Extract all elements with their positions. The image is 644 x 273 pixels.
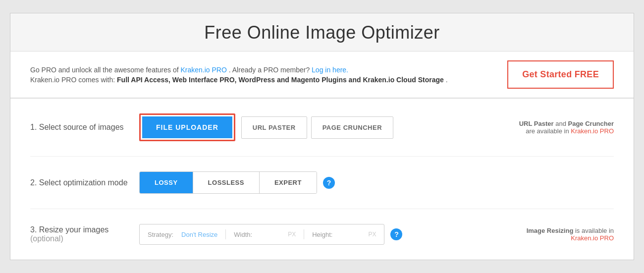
url-paster-button[interactable]: URL PASTER [241, 116, 307, 139]
height-label: Height: [312, 231, 332, 238]
section1-pro-note: URL Paster and Page Cruncher are availab… [519, 120, 614, 135]
lossy-tab[interactable]: LOSSY [140, 172, 193, 193]
strategy-label: Strategy: [148, 231, 173, 238]
width-input[interactable] [255, 231, 285, 238]
login-link[interactable]: Log in here. [312, 66, 348, 74]
page-cruncher-button[interactable]: PAGE CRUNCHER [311, 116, 393, 139]
section1-controls: FILE UPLOADER URL PASTER PAGE CRUNCHER [139, 113, 519, 141]
kraken-pro-link1[interactable]: Kraken.io PRO [181, 66, 227, 74]
section3-pro-note: Image Resizing is available in Kraken.io… [527, 227, 614, 242]
expert-tab[interactable]: EXPERT [260, 172, 317, 193]
promo-features: Full API Access, Web Interface PRO, Word… [117, 76, 444, 84]
section3-controls: Strategy: Don't Resize Width: PX Height:… [139, 224, 527, 245]
promo-line1: Go PRO and unlock all the awesome featur… [30, 66, 507, 74]
width-field: Width: PX [234, 231, 296, 238]
file-uploader-wrapper: FILE UPLOADER [139, 113, 235, 141]
page-title: Free Online Image Optimizer [10, 22, 634, 43]
pro-note-page-cruncher: Page Cruncher [568, 120, 614, 127]
height-field: Height: PX [312, 231, 376, 238]
source-tabs: FILE UPLOADER URL PASTER PAGE CRUNCHER [139, 113, 393, 141]
optimization-help-icon[interactable]: ? [323, 177, 335, 189]
section2-row: 2. Select optimization mode LOSSY LOSSLE… [30, 157, 614, 209]
promo-middle: . Already a PRO member? [229, 66, 310, 74]
get-started-button[interactable]: Get Started FREE [507, 60, 614, 89]
section3-optional: (optional) [30, 234, 63, 243]
page-container: Free Online Image Optimizer Go PRO and u… [10, 13, 634, 260]
section3-row: 3. Resize your images (optional) Strateg… [30, 209, 614, 260]
section1-row: 1. Select source of images FILE UPLOADER… [30, 99, 614, 157]
section1-pro-link[interactable]: Kraken.io PRO [571, 127, 614, 135]
promo-suffix: . [446, 76, 448, 84]
section3-label: 3. Resize your images (optional) [30, 225, 139, 243]
section1-label: 1. Select source of images [30, 123, 139, 132]
main-content: 1. Select source of images FILE UPLOADER… [10, 99, 634, 260]
resize-help-icon[interactable]: ? [390, 228, 402, 240]
promo-line2-prefix: Kraken.io PRO comes with: [30, 76, 117, 84]
file-uploader-button[interactable]: FILE UPLOADER [142, 116, 232, 138]
image-resizing-text: Image Resizing [527, 227, 574, 234]
width-label: Width: [234, 231, 252, 238]
section2-controls: LOSSY LOSSLESS EXPERT ? [139, 171, 614, 194]
height-input[interactable] [335, 231, 365, 238]
promo-text: Go PRO and unlock all the awesome featur… [30, 66, 507, 84]
resize-separator1 [225, 229, 226, 239]
resize-separator2 [304, 229, 304, 239]
lossless-tab[interactable]: LOSSLESS [193, 172, 260, 193]
height-unit: PX [368, 231, 376, 238]
section2-label: 2. Select optimization mode [30, 178, 139, 187]
strategy-value: Don't Resize [181, 231, 217, 238]
section3-pro-link[interactable]: Kraken.io PRO [571, 234, 614, 242]
promo-line2: Kraken.io PRO comes with: Full API Acces… [30, 76, 507, 84]
promo-bar: Go PRO and unlock all the awesome featur… [10, 52, 634, 99]
header: Free Online Image Optimizer [10, 13, 634, 52]
pro-note-url-paster: URL Paster [519, 120, 554, 127]
width-unit: PX [288, 231, 296, 238]
resize-controls-group: Strategy: Don't Resize Width: PX Height:… [139, 224, 384, 245]
optimization-tab-group: LOSSY LOSSLESS EXPERT [139, 171, 317, 194]
promo-prefix: Go PRO and unlock all the awesome featur… [30, 66, 181, 74]
